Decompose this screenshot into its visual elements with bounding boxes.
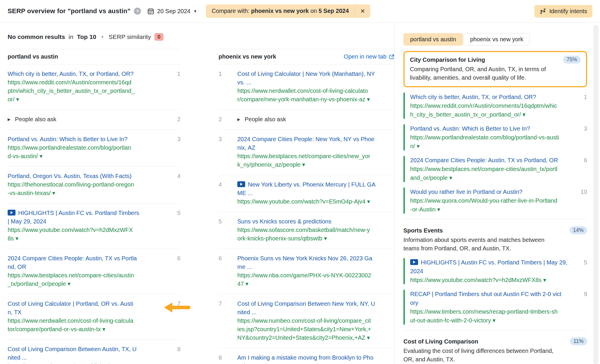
result-content: Suns vs Knicks scores & predictionshttps… [237,217,394,243]
result-title-link[interactable]: Cost of Living Calculator | Portland, OR… [8,300,133,317]
result-content: Portland vs. Austin: Which is Better to … [8,135,131,160]
dot-separator: • [100,34,105,40]
result-title-link[interactable]: Portland vs. Austin: Which is Better to … [410,124,577,133]
result-url-dropdown[interactable]: https://www.timbers.com/news/recap-portl… [410,307,577,325]
result-rank: 1 [219,70,226,104]
intents-sections: City Comparison for Living75%Comparing P… [403,51,587,364]
result-rank: 8 [219,353,226,364]
serp-similarity-label: SERP similarity [109,33,151,40]
intents-tabs: portland vs austinphoenix vs new york [403,33,587,46]
scrollbar[interactable] [593,25,598,364]
result-url-dropdown[interactable]: https://www.youtube.com/watch?v=h2dMxzWF… [8,226,139,243]
compare-with-text: Compare with: phoenix vs new york on 5 S… [206,4,355,18]
result-title-text: 2024 Compare Cities People: Austin, TX v… [8,255,137,270]
result-url-dropdown[interactable]: https://www.reddit.com/r/Austin/comments… [410,101,577,119]
intent-percent-badge: 75% [563,56,581,64]
serp-result-row: 6Phoenix Suns vs New York Knicks Nov 26,… [219,249,394,294]
result-title-link[interactable]: 2024 Compare Cities People: Austin, TX v… [410,156,577,165]
result-url-dropdown[interactable]: https://www.quora.com/Would-you-rather-l… [410,196,577,214]
open-in-new-tab-link[interactable]: Open in new tab [344,53,394,60]
result-url-dropdown[interactable]: https://www.bestplaces.net/compare-citie… [410,165,577,182]
result-title-link[interactable]: Phoenix Suns vs New York Knicks Nov 26, … [237,254,394,271]
result-rank: 1 [577,93,587,119]
ai-sparkle-icon [540,8,546,14]
tab-portland-vs-austin[interactable]: portland vs austin [403,33,463,46]
result-rank: 4 [219,180,226,206]
identify-intents-button[interactable]: Identify intents [534,5,592,18]
result-url-dropdown[interactable]: https://www.bestplaces.net/compare-citie… [8,271,137,288]
result-url-dropdown[interactable]: https://www.nerdwallet.com/cost-of-livin… [237,87,394,104]
people-also-ask-row[interactable]: ▶People also ask [237,115,394,124]
highlighted-intent-card: City Comparison for Living75%Comparing P… [403,51,587,87]
result-title-link[interactable]: 2024 Compare Cities People: New York, NY… [237,135,394,152]
result-title-text: Cost of Living Comparison Between New Yo… [237,300,375,315]
result-url-dropdown[interactable]: https://www.reddit.com/r/Austin/comments… [8,78,135,104]
result-title-link[interactable]: Which city is better, Austin, TX, or Por… [410,93,577,101]
result-title-link[interactable]: HIGHLIGHTS | Austin FC vs. Portland Timb… [410,258,577,276]
intent-header-block: Sports Events14%Information about sports… [403,226,587,253]
result-title-link[interactable]: Would you rather live in Portland or Aus… [410,187,577,196]
result-url-dropdown[interactable]: https://www.portlandrealestate.com/blog/… [8,143,131,160]
result-title-link[interactable]: 2024 Compare Cities People: Austin, TX v… [8,254,137,271]
intent-items: HIGHLIGHTS | Austin FC vs. Portland Timb… [403,258,587,325]
tab-phoenix-vs-new-york[interactable]: phoenix vs new york [463,33,530,46]
result-title-text: Which city is better, Austin, TX, or Por… [8,71,134,77]
result-title-link[interactable]: Suns vs Knicks scores & predictions [237,217,394,226]
compare-close-button[interactable]: ✕ [355,4,371,18]
result-url-dropdown[interactable]: https://www.numbeo.com/cost-of-living/co… [237,317,394,342]
result-content: Cost of Living Calculator | Portland, OR… [8,300,133,334]
result-title-link[interactable]: New York Liberty vs. Phoenix Mercury | F… [237,180,394,197]
result-content: Cost of Living Comparison Between New Yo… [237,300,394,342]
result-title-link[interactable]: RECAP | Portland Timbers shut out Austin… [410,290,577,307]
result-url-dropdown[interactable]: https://www.nerdwallet.com/cost-of-livin… [8,317,133,334]
result-content: 2024 Compare Cities People: Austin, TX v… [8,254,137,288]
green-position-bar [403,187,405,214]
serp-result-row: ▶People also ask2 [8,110,180,130]
result-title-link[interactable]: Portland vs. Austin: Which is Better to … [8,135,131,143]
result-title-link[interactable]: Am I making a mistake moving from Brookl… [237,353,394,364]
result-title-link[interactable]: Cost of Living Calculator | New York (Ma… [237,70,394,87]
result-url-dropdown[interactable]: https://www.youtube.com/watch?v=h2dMxzWF… [410,276,577,284]
result-title-text: Phoenix Suns vs New York Knicks Nov 26, … [237,255,372,270]
serp-column-phoenix-vs-new-york: phoenix vs new york Open in new tab 1Cos… [219,49,394,364]
serp-similarity-badge: 0 [154,33,163,41]
help-icon[interactable]: ? [134,8,141,15]
intents-panel: portland vs austinphoenix vs new york Ci… [394,23,600,364]
serp-column-portland-vs-austin: portland vs austin Which city is better,… [8,49,180,364]
page-title: SERP overview for "portland vs austin" [8,7,130,15]
intent-title: Sports Events [403,226,443,235]
date-dropdown[interactable]: 20 Sep 2024 ▼ [147,8,197,15]
people-also-ask-row[interactable]: ▶People also ask [8,115,56,124]
result-content: Which city is better, Austin, TX, or Por… [8,70,135,104]
result-url-dropdown[interactable]: https://www.nba.com/game/PHX-vs-NYK-0022… [237,271,394,288]
result-title-link[interactable]: Cost of Living Comparison Between Austin… [8,345,137,362]
result-title-text: Which city is better, Austin, TX, or Por… [410,94,536,100]
result-title-link[interactable]: Cost of Living Comparison Between New Yo… [237,300,394,317]
result-url-dropdown[interactable]: https://thehonestlocal.com/living-portla… [8,180,134,197]
result-url-dropdown[interactable]: https://www.sofascore.com/basketball/mat… [237,226,394,243]
youtube-video-icon [410,259,418,265]
result-title-text: 2024 Compare Cities People: Austin, TX v… [410,157,558,163]
result-content: Cost of Living Calculator | New York (Ma… [237,70,394,104]
serp-result-row: 4New York Liberty vs. Phoenix Mercury | … [219,175,394,212]
intent-head: City Comparison for Living75% [410,56,581,64]
serp-summary: No common results in Top 10 • SERP simil… [8,33,394,41]
result-url-dropdown[interactable]: https://www.numbeo.com/cost-of-living/co… [8,362,137,364]
result-title-link[interactable]: Which city is better, Austin, TX, or Por… [8,70,135,78]
result-title-text: Am I making a mistake moving from Brookl… [237,354,374,364]
result-url-dropdown[interactable]: https://www.portlandrealestate.com/blog/… [410,133,577,151]
result-title-link[interactable]: Portland, Oregon Vs. Austin, Texas (With… [8,172,134,180]
compare-with-pill: Compare with: phoenix vs new york on 5 S… [206,4,371,18]
intent-section: City Comparison for Living75%Comparing P… [403,51,587,214]
result-title-link[interactable]: HIGHLIGHTS | Austin FC vs. Portland Timb… [8,209,139,226]
result-url-dropdown[interactable]: https://www.bestplaces.net/compare-citie… [237,152,394,169]
result-content: 2024 Compare Cities People: New York, NY… [237,135,394,169]
result-rank: 5 [577,258,587,284]
serp-result-row: Cost of Living Calculator | Portland, OR… [8,294,180,340]
result-title-text: Cost of Living Calculator | Portland, OR… [8,300,133,315]
top10-label: Top 10 [77,33,96,40]
youtube-video-icon [8,210,16,216]
intent-head: Sports Events14% [403,226,587,235]
compare-keyword: phoenix vs new york [251,8,309,14]
result-url-dropdown[interactable]: https://www.youtube.com/watch?v=E5mO4p-A… [237,197,394,206]
